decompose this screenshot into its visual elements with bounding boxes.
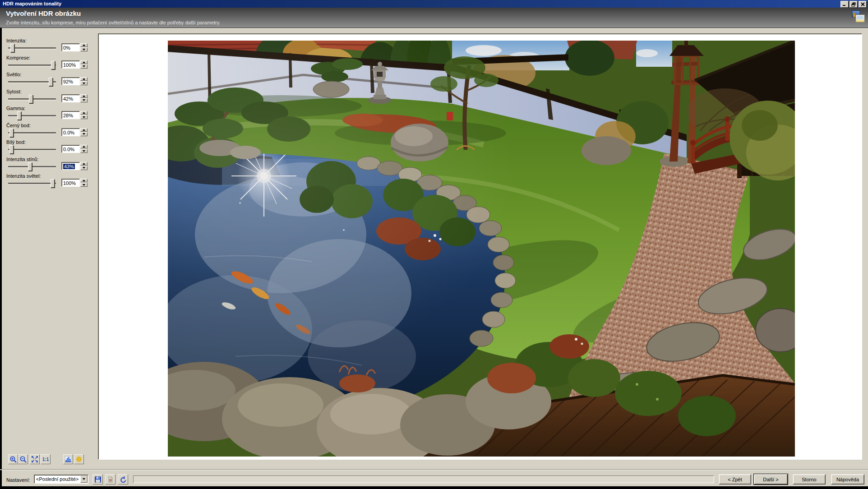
- spin-down-button[interactable]: [80, 115, 88, 119]
- preset-dropdown[interactable]: <Poslední použité>: [34, 475, 88, 484]
- minimize-button[interactable]: [840, 1, 849, 8]
- close-button[interactable]: [859, 1, 867, 8]
- zoom-out-button[interactable]: [18, 454, 28, 464]
- param-slider[interactable]: [8, 61, 56, 69]
- param-spinner: [80, 145, 88, 153]
- preview-panel[interactable]: [98, 33, 862, 460]
- reset-button[interactable]: [118, 474, 128, 484]
- slider-track[interactable]: [8, 149, 56, 151]
- spin-down-button[interactable]: [80, 149, 88, 153]
- slider-thumb[interactable]: [17, 111, 21, 120]
- slider-track[interactable]: [8, 115, 56, 117]
- spin-down-button[interactable]: [80, 65, 88, 69]
- param-label: Intenzita světel:: [6, 173, 41, 179]
- param-slider[interactable]: [8, 145, 56, 154]
- delete-preset-button[interactable]: [105, 474, 115, 484]
- slider-track[interactable]: [8, 47, 56, 49]
- spin-down-button[interactable]: [80, 166, 88, 170]
- slider-track[interactable]: [8, 132, 56, 134]
- svg-text:1:1: 1:1: [42, 457, 49, 462]
- param-spinner: [80, 111, 88, 119]
- spin-up-button[interactable]: [80, 60, 88, 64]
- chevron-down-icon: [83, 478, 85, 480]
- param-slider[interactable]: [8, 129, 56, 137]
- slider-thumb[interactable]: [29, 95, 33, 103]
- spin-up-button[interactable]: [80, 77, 88, 81]
- slider-thumb[interactable]: [51, 179, 55, 188]
- spin-up-button[interactable]: [80, 94, 88, 98]
- param-value-box[interactable]: 42%: [61, 94, 80, 102]
- reset-icon: [120, 476, 127, 483]
- status-progress-bar: [133, 475, 714, 483]
- slider-thumb[interactable]: [10, 44, 14, 52]
- spin-down-button[interactable]: [80, 132, 88, 136]
- param-value: 28%: [63, 113, 73, 118]
- restore-icon: [851, 2, 856, 7]
- param-value-box[interactable]: 0.0%: [61, 128, 80, 136]
- spin-down-button[interactable]: [80, 98, 88, 102]
- param-value-box[interactable]: 28%: [61, 111, 80, 119]
- slider-thumb[interactable]: [28, 162, 32, 171]
- parameter-row-intenzita-svetel: Intenzita světel: 100%: [0, 173, 97, 190]
- param-value: 0%: [63, 45, 70, 51]
- highlight-clipping-icon: [75, 456, 83, 463]
- histogram-button[interactable]: [63, 454, 73, 464]
- save-preset-button[interactable]: [92, 474, 103, 484]
- param-value-box[interactable]: 0%: [61, 43, 80, 51]
- param-value-box[interactable]: 100%: [61, 60, 80, 69]
- param-slider[interactable]: [8, 111, 56, 120]
- param-slider[interactable]: [8, 179, 56, 188]
- param-spinner: [80, 94, 88, 102]
- spin-up-button[interactable]: [80, 145, 88, 148]
- zoom-actual-size-button[interactable]: 1:1: [41, 454, 51, 464]
- spin-down-button[interactable]: [80, 47, 88, 51]
- slider-track[interactable]: [8, 65, 56, 66]
- restore-button[interactable]: [850, 1, 858, 8]
- param-value-box[interactable]: 0.0%: [61, 145, 80, 153]
- spin-up-button[interactable]: [80, 179, 88, 182]
- slider-thumb[interactable]: [49, 78, 53, 86]
- param-slider[interactable]: [8, 95, 56, 103]
- title-bar[interactable]: HDR mapováním tonality: [0, 0, 868, 8]
- spin-up-button[interactable]: [80, 162, 88, 166]
- spin-up-button[interactable]: [80, 43, 88, 47]
- param-slider[interactable]: [8, 162, 56, 171]
- cancel-button[interactable]: Storno: [793, 474, 826, 484]
- hdr-layers-icon: [851, 10, 865, 25]
- parameter-row-sytost: Sytost: 42%: [0, 89, 97, 106]
- next-button[interactable]: Další >: [754, 474, 788, 484]
- spin-up-button[interactable]: [80, 128, 88, 132]
- param-slider[interactable]: [8, 44, 56, 52]
- param-value-box[interactable]: 100%: [61, 179, 80, 187]
- preview-photo-japanese-garden[interactable]: [168, 41, 795, 457]
- slider-thumb[interactable]: [9, 145, 14, 154]
- param-slider[interactable]: [8, 78, 56, 86]
- window-controls: [840, 1, 867, 8]
- zoom-in-button[interactable]: [8, 454, 18, 464]
- spin-down-button[interactable]: [80, 183, 88, 187]
- param-value: 100%: [63, 62, 76, 68]
- help-button[interactable]: Nápověda: [831, 474, 864, 484]
- slider-track[interactable]: [8, 166, 56, 168]
- param-label: Intenzita stínů:: [6, 157, 39, 162]
- parameter-row-intenzita: Intenzita: 0%: [0, 38, 97, 55]
- bottom-divider: [0, 469, 868, 470]
- param-value: 92%: [63, 79, 73, 84]
- histogram-icon: [65, 456, 72, 463]
- parameter-row-cerny-bod: Černý bod: 0.0%: [0, 123, 97, 140]
- spin-up-button[interactable]: [80, 111, 88, 115]
- slider-thumb[interactable]: [9, 129, 14, 137]
- spin-down-button[interactable]: [80, 81, 88, 85]
- dropdown-arrow-button[interactable]: [80, 475, 88, 483]
- back-button[interactable]: < Zpět: [719, 474, 751, 484]
- desktop-background: HDR mapováním tonality Vytvoření HDR obr…: [0, 0, 868, 489]
- param-value-box[interactable]: 43%: [61, 162, 80, 170]
- param-spinner: [80, 128, 88, 136]
- param-spinner: [80, 60, 88, 69]
- highlight-clipping-button[interactable]: [74, 454, 84, 464]
- slider-track[interactable]: [8, 183, 56, 185]
- preset-value: <Poslední použité>: [36, 476, 78, 482]
- slider-thumb[interactable]: [51, 61, 55, 69]
- param-value-box[interactable]: 92%: [61, 77, 80, 85]
- zoom-fit-button[interactable]: [30, 454, 40, 464]
